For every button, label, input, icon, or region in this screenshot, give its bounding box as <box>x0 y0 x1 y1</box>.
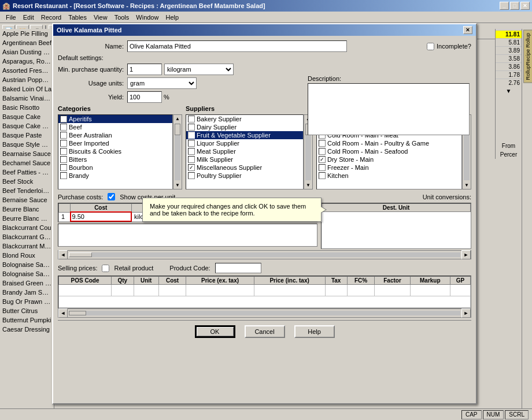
name-input[interactable] <box>127 40 347 52</box>
list-item[interactable]: Balsamic Vinaigre <box>0 94 54 103</box>
incomplete-checkbox[interactable] <box>427 43 434 50</box>
supplier-cb[interactable] <box>188 156 195 163</box>
maximize-button[interactable]: □ <box>510 2 519 10</box>
suppliers-list[interactable]: Bakery Supplier Dairy Supplier Fruit & V… <box>186 114 304 189</box>
supplier-cb[interactable] <box>188 164 195 171</box>
close-button[interactable]: ✕ <box>520 2 530 10</box>
list-item[interactable]: Basque Cake <box>0 112 54 121</box>
list-item[interactable]: Basic Risotto <box>0 103 54 112</box>
category-cb[interactable] <box>60 172 67 179</box>
category-item-bourbon[interactable]: Bourbon <box>58 163 172 172</box>
list-item[interactable]: Beurre Blanc <box>0 205 54 214</box>
purchase-unit-select[interactable]: kilogram gram litre each <box>164 64 234 75</box>
list-item[interactable]: Apple Pie Filling <box>0 29 54 38</box>
store-scroll-down[interactable]: ▼ <box>463 181 470 189</box>
category-cb[interactable] <box>60 164 67 171</box>
menu-tables[interactable]: Tables <box>65 13 90 22</box>
list-item[interactable]: Braised Green Ca <box>0 278 54 288</box>
category-cb[interactable] <box>60 116 67 122</box>
list-item[interactable]: Butter Citrus <box>0 306 54 315</box>
yield-input[interactable] <box>127 91 162 103</box>
category-item-beef[interactable]: Beef <box>58 123 172 131</box>
categories-scrollbar[interactable]: ▲ ▼ <box>173 114 182 189</box>
hscroll-right[interactable]: ► <box>461 250 471 259</box>
list-item[interactable]: Blackcurrant Cou <box>0 223 54 232</box>
store-cb[interactable] <box>319 172 326 179</box>
usage-unit-select[interactable]: gram kilogram litre <box>127 77 197 89</box>
list-item[interactable]: Bearnaise Sauce <box>0 149 54 158</box>
list-item[interactable]: Blackcurrant Glaz <box>0 232 54 241</box>
list-item[interactable]: Basque Paste <box>0 131 54 140</box>
category-item-beer-imp[interactable]: Beer Imported <box>58 139 172 147</box>
selling-hscroll-thumb[interactable] <box>69 311 86 315</box>
ingredient-list[interactable]: Apple Pie Filling Argentinean Beef Asian… <box>0 29 54 408</box>
list-item[interactable]: Beef Patties - For <box>0 168 54 177</box>
category-cb[interactable] <box>60 156 67 163</box>
category-item-brandy[interactable]: Brandy <box>58 172 172 180</box>
store-dry[interactable]: Dry Store - Main <box>317 155 461 163</box>
selling-hscroll-left[interactable]: ◄ <box>58 309 68 318</box>
supplier-fruit-veg[interactable]: Fruit & Vegetable Supplier <box>186 131 303 139</box>
store-cold-seafood[interactable]: Cold Room - Main - Seafood <box>317 147 461 155</box>
list-item[interactable]: Bechamel Sauce <box>0 158 54 168</box>
supplier-cb[interactable] <box>188 140 195 147</box>
cost-down-arrow[interactable]: ▼ <box>496 87 522 95</box>
list-item[interactable]: Basque Style Pas <box>0 140 54 149</box>
row-cost[interactable] <box>71 212 132 221</box>
list-item[interactable]: Blackcurrant Mou <box>0 241 54 251</box>
list-item[interactable]: Asian Dusting Sug <box>0 47 54 57</box>
product-code-input[interactable] <box>215 263 261 273</box>
list-item[interactable]: Butternut Pumpki <box>0 315 54 325</box>
list-item[interactable]: Caesar Dressing <box>0 325 54 334</box>
list-item[interactable]: Asparagus, Roast <box>0 57 54 66</box>
minimize-button[interactable]: _ <box>500 2 509 10</box>
sup-scroll-down[interactable]: ▼ <box>305 181 312 189</box>
store-cb[interactable] <box>319 148 326 155</box>
list-item[interactable]: Beurre Blanc Red <box>0 214 54 223</box>
min-purchase-input[interactable] <box>127 64 162 75</box>
supplier-milk[interactable]: Milk Supplier <box>186 155 303 163</box>
description-textarea[interactable] <box>308 83 470 135</box>
help-button[interactable]: Help <box>294 325 335 338</box>
cost-input[interactable] <box>71 213 100 221</box>
categories-list[interactable]: Aperitifs Beef Beer Australian <box>58 114 173 189</box>
ok-button[interactable]: OK <box>195 325 235 338</box>
menu-window[interactable]: Window <box>132 13 162 22</box>
list-item[interactable]: Austrian Poppyse <box>0 75 54 84</box>
supplier-cb[interactable] <box>188 132 195 139</box>
store-cold-poultry[interactable]: Cold Room - Main - Poultry & Game <box>317 139 461 147</box>
dialog-close-button[interactable]: ✕ <box>463 26 472 34</box>
store-cb[interactable] <box>319 164 326 171</box>
menu-view[interactable]: View <box>90 13 111 22</box>
list-item[interactable]: Bolognaise Sauce <box>0 260 54 269</box>
store-cb[interactable] <box>319 156 326 163</box>
rollup-tab[interactable]: RollupRecipe Rollup <box>523 30 532 83</box>
cat-scroll-down[interactable]: ▼ <box>174 181 181 189</box>
category-cb[interactable] <box>60 148 67 155</box>
list-item[interactable]: Basque Cake Cus <box>0 121 54 131</box>
category-item-beer-aus[interactable]: Beer Australian <box>58 131 172 139</box>
supplier-dairy[interactable]: Dairy Supplier <box>186 123 303 131</box>
purchase-hscroll[interactable]: ◄ ► <box>58 250 471 259</box>
list-item[interactable]: Baked Loin Of La <box>0 84 54 94</box>
show-costs-checkbox[interactable] <box>108 193 115 200</box>
cat-scroll-up[interactable]: ▲ <box>174 115 181 122</box>
supplier-cb[interactable] <box>188 124 195 131</box>
menu-edit[interactable]: Edit <box>20 13 38 22</box>
list-item[interactable]: Blond Roux <box>0 251 54 260</box>
selling-hscroll-right[interactable]: ► <box>461 309 471 318</box>
store-kitchen[interactable]: Kitchen <box>317 172 461 180</box>
list-item[interactable]: Bernaise Sauce <box>0 195 54 205</box>
menu-record[interactable]: Record <box>38 13 65 22</box>
category-cb[interactable] <box>60 124 67 131</box>
list-item[interactable]: Beef Stock <box>0 177 54 186</box>
list-item[interactable]: Bug Or Prawn Sou <box>0 297 54 306</box>
supplier-misc[interactable]: Miscellaneous Supplier <box>186 163 303 172</box>
category-cb[interactable] <box>60 132 67 139</box>
supplier-cb[interactable] <box>188 148 195 155</box>
category-cb[interactable] <box>60 140 67 147</box>
list-item[interactable]: Assorted Fresh He <box>0 66 54 75</box>
selling-hscroll[interactable]: ◄ ► <box>58 309 471 318</box>
category-item-bitters[interactable]: Bitters <box>58 155 172 163</box>
category-item-biscuits[interactable]: Biscuits & Cookies <box>58 147 172 155</box>
